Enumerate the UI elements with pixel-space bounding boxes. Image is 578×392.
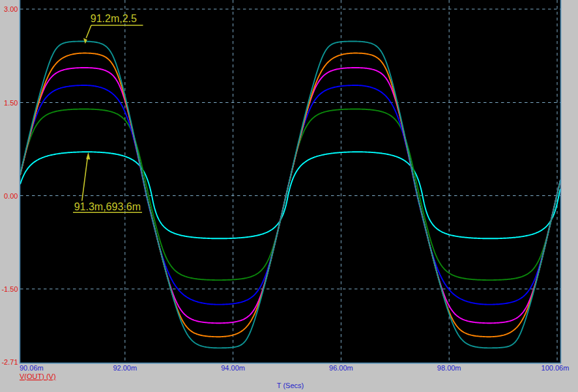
svg-text:98.00m: 98.00m	[437, 364, 461, 372]
svg-text:T (Secs): T (Secs)	[277, 382, 304, 389]
svg-text:V(OUT) (V): V(OUT) (V)	[20, 372, 56, 380]
svg-text:1.50: 1.50	[4, 99, 18, 107]
svg-text:94.00m: 94.00m	[221, 364, 245, 372]
svg-text:91.2m,2.5: 91.2m,2.5	[91, 13, 137, 24]
svg-text:0.00: 0.00	[4, 192, 18, 200]
svg-text:-2.71: -2.71	[1, 358, 18, 366]
svg-text:3.00: 3.00	[4, 5, 18, 13]
svg-text:91.3m,693.6m: 91.3m,693.6m	[74, 201, 141, 212]
svg-text:90.06m: 90.06m	[20, 364, 44, 372]
svg-text:92.00m: 92.00m	[113, 364, 137, 372]
svg-text:100.06m: 100.06m	[542, 364, 570, 372]
svg-text:-1.50: -1.50	[1, 285, 18, 293]
svg-text:96.00m: 96.00m	[329, 364, 353, 372]
